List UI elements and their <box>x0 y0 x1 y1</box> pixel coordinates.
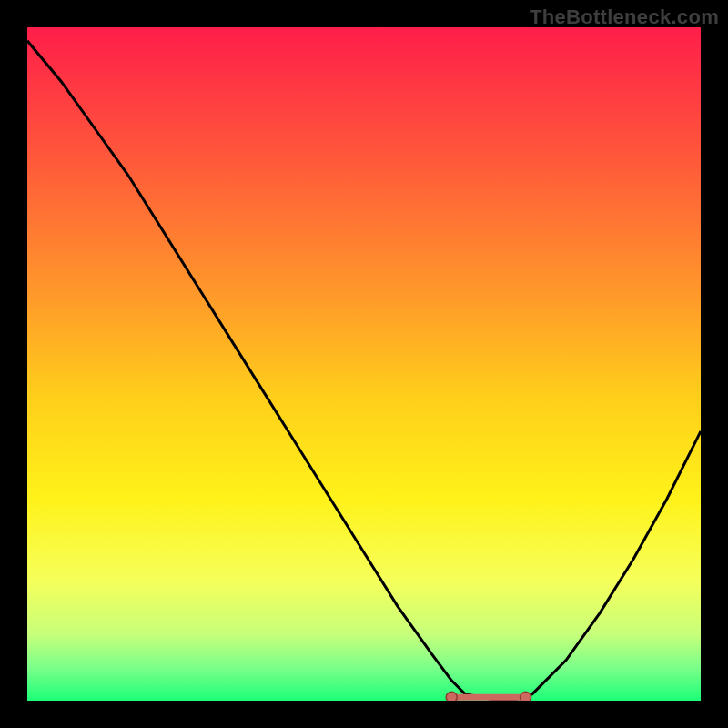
watermark-text: TheBottleneck.com <box>530 5 719 29</box>
chart-frame: TheBottleneck.com <box>0 0 728 728</box>
range-marker-start <box>446 692 457 701</box>
gradient-background <box>27 27 701 701</box>
plot-area <box>27 27 701 701</box>
chart-svg <box>27 27 701 701</box>
range-marker-end <box>521 692 531 701</box>
